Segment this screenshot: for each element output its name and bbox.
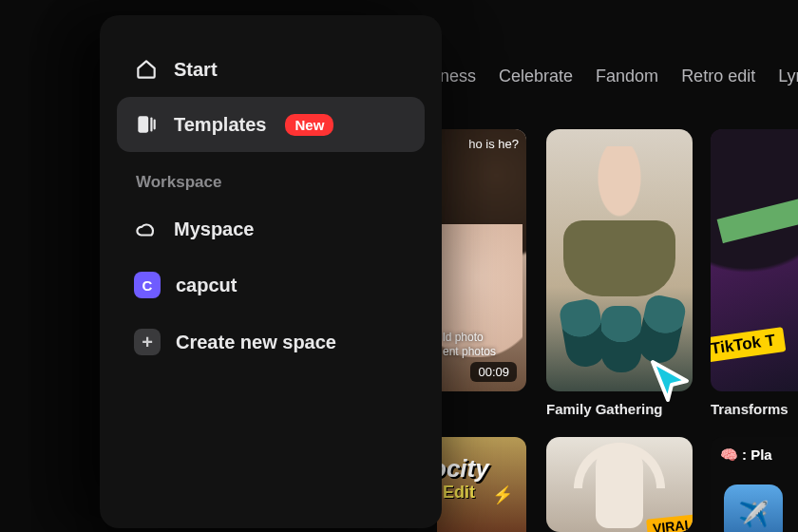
category-tab-retro[interactable]: Retro edit — [681, 66, 755, 86]
template-title-transforms: Transforms — [711, 401, 788, 417]
velocity-sub: Edit — [443, 483, 475, 503]
templates-icon — [134, 112, 159, 137]
template-card-transforms[interactable]: TikTok T — [711, 129, 798, 391]
brain-icon: 🧠 — [720, 446, 738, 463]
nav-create-space[interactable]: + Create new space — [117, 314, 425, 370]
template-card-velocity[interactable]: ocity Edit ⚡ — [437, 437, 526, 532]
plane-app-icon: ✈️ — [724, 484, 783, 532]
nav-templates[interactable]: Templates New — [117, 97, 425, 152]
face-card-caption: ld photo ent photos — [443, 331, 496, 359]
home-icon — [134, 57, 159, 82]
velocity-text: ocity — [437, 454, 489, 484]
nav-start-label: Start — [174, 59, 218, 81]
template-card-plane[interactable]: 🧠: Pla ✈️ — [711, 437, 798, 532]
plane-card-text: 🧠: Pla — [720, 446, 772, 464]
template-card-viral[interactable]: VIRAL — [546, 437, 693, 532]
category-tab-celebrate[interactable]: Celebrate — [499, 66, 573, 86]
face-card-tagline: ho is he? — [468, 137, 519, 151]
nav-myspace[interactable]: Myspace — [117, 201, 425, 256]
nav-templates-label: Templates — [174, 114, 266, 136]
duration-badge: 00:09 — [470, 362, 517, 382]
plus-icon: + — [134, 329, 161, 355]
sidebar: Start Templates New Workspace Myspace C … — [100, 15, 442, 528]
template-card-face[interactable]: ho is he? ld photo ent photos 00:09 — [437, 129, 526, 391]
cloud-icon — [134, 217, 159, 241]
category-tab-fandom[interactable]: Fandom — [596, 66, 658, 86]
nav-capcut-space[interactable]: C capcut — [117, 256, 425, 314]
nav-capcut-label: capcut — [176, 275, 237, 296]
workspace-header: Workspace — [117, 152, 425, 201]
category-tab-lyrics[interactable]: Lyrics — [778, 66, 798, 86]
nav-create-label: Create new space — [176, 332, 336, 353]
badge-new: New — [285, 114, 333, 136]
template-title-family: Family Gathering — [546, 401, 663, 417]
svg-rect-0 — [138, 116, 148, 132]
nav-start[interactable]: Start — [117, 42, 425, 97]
template-card-family[interactable] — [546, 129, 693, 391]
category-tabs: siness Celebrate Fandom Retro edit Lyric… — [428, 66, 798, 86]
workspace-avatar: C — [134, 272, 161, 298]
bolt-icon: ⚡ — [492, 484, 513, 505]
nav-myspace-label: Myspace — [174, 218, 255, 240]
